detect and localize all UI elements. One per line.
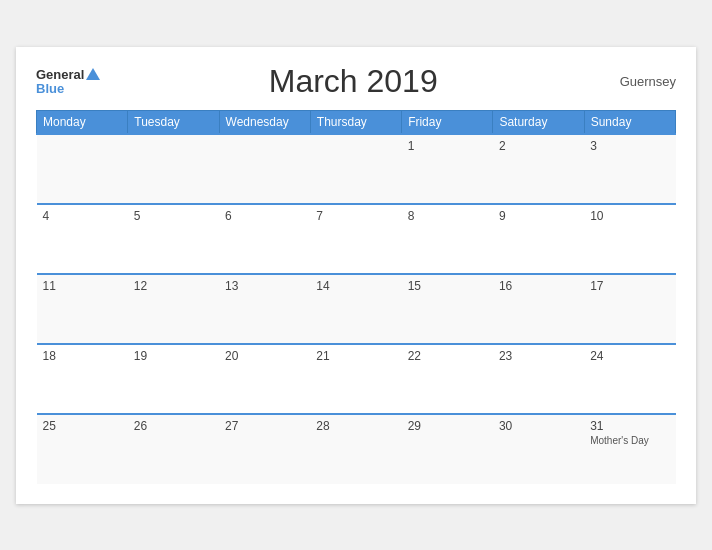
calendar-cell: 7: [310, 204, 401, 274]
logo-blue-text: Blue: [36, 82, 64, 95]
day-number: 20: [225, 349, 304, 363]
day-number: 26: [134, 419, 213, 433]
day-number: 9: [499, 209, 578, 223]
calendar-cell: 24: [584, 344, 675, 414]
logo-triangle-icon: [86, 68, 100, 80]
day-number: 15: [408, 279, 487, 293]
calendar-cell: 1: [402, 134, 493, 204]
day-number: 5: [134, 209, 213, 223]
week-row-3: 11121314151617: [37, 274, 676, 344]
day-number: 11: [43, 279, 122, 293]
day-number: 28: [316, 419, 395, 433]
day-number: 13: [225, 279, 304, 293]
calendar-cell: [37, 134, 128, 204]
calendar-cell: 6: [219, 204, 310, 274]
week-row-5: 25262728293031Mother's Day: [37, 414, 676, 484]
week-row-4: 18192021222324: [37, 344, 676, 414]
calendar-cell: 8: [402, 204, 493, 274]
day-number: 7: [316, 209, 395, 223]
day-number: 18: [43, 349, 122, 363]
weekday-header-thursday: Thursday: [310, 110, 401, 134]
day-number: 8: [408, 209, 487, 223]
day-number: 25: [43, 419, 122, 433]
region-label: Guernsey: [606, 74, 676, 89]
weekday-header-monday: Monday: [37, 110, 128, 134]
day-number: 16: [499, 279, 578, 293]
weekday-header-friday: Friday: [402, 110, 493, 134]
calendar-cell: 16: [493, 274, 584, 344]
day-number: 27: [225, 419, 304, 433]
weekday-header-row: MondayTuesdayWednesdayThursdayFridaySatu…: [37, 110, 676, 134]
calendar-cell: 20: [219, 344, 310, 414]
day-number: 3: [590, 139, 669, 153]
calendar-cell: 18: [37, 344, 128, 414]
week-row-1: 123: [37, 134, 676, 204]
calendar-cell: 23: [493, 344, 584, 414]
calendar-cell: 15: [402, 274, 493, 344]
weekday-header-tuesday: Tuesday: [128, 110, 219, 134]
calendar-cell: 19: [128, 344, 219, 414]
calendar-cell: 29: [402, 414, 493, 484]
calendar-cell: 2: [493, 134, 584, 204]
calendar-cell: [310, 134, 401, 204]
calendar-cell: 25: [37, 414, 128, 484]
day-number: 21: [316, 349, 395, 363]
calendar-cell: 17: [584, 274, 675, 344]
calendar-cell: [219, 134, 310, 204]
calendar-cell: 31Mother's Day: [584, 414, 675, 484]
week-row-2: 45678910: [37, 204, 676, 274]
calendar-cell: 10: [584, 204, 675, 274]
day-number: 1: [408, 139, 487, 153]
day-number: 23: [499, 349, 578, 363]
calendar-container: General Blue March 2019 Guernsey MondayT…: [16, 47, 696, 504]
logo: General Blue: [36, 68, 100, 95]
calendar-table: MondayTuesdayWednesdayThursdayFridaySatu…: [36, 110, 676, 484]
calendar-cell: 3: [584, 134, 675, 204]
calendar-cell: 9: [493, 204, 584, 274]
event-label: Mother's Day: [590, 435, 669, 446]
weekday-header-saturday: Saturday: [493, 110, 584, 134]
calendar-header: General Blue March 2019 Guernsey: [36, 63, 676, 100]
day-number: 17: [590, 279, 669, 293]
day-number: 24: [590, 349, 669, 363]
calendar-cell: 27: [219, 414, 310, 484]
day-number: 12: [134, 279, 213, 293]
calendar-cell: 14: [310, 274, 401, 344]
logo-general-text: General: [36, 68, 84, 81]
calendar-cell: 30: [493, 414, 584, 484]
day-number: 6: [225, 209, 304, 223]
calendar-cell: 13: [219, 274, 310, 344]
day-number: 2: [499, 139, 578, 153]
calendar-cell: [128, 134, 219, 204]
calendar-cell: 21: [310, 344, 401, 414]
calendar-cell: 28: [310, 414, 401, 484]
calendar-cell: 5: [128, 204, 219, 274]
day-number: 4: [43, 209, 122, 223]
day-number: 22: [408, 349, 487, 363]
day-number: 10: [590, 209, 669, 223]
calendar-cell: 22: [402, 344, 493, 414]
calendar-cell: 11: [37, 274, 128, 344]
day-number: 19: [134, 349, 213, 363]
calendar-cell: 12: [128, 274, 219, 344]
day-number: 31: [590, 419, 669, 433]
calendar-cell: 26: [128, 414, 219, 484]
weekday-header-wednesday: Wednesday: [219, 110, 310, 134]
day-number: 29: [408, 419, 487, 433]
month-title: March 2019: [100, 63, 606, 100]
weekday-header-sunday: Sunday: [584, 110, 675, 134]
day-number: 14: [316, 279, 395, 293]
calendar-cell: 4: [37, 204, 128, 274]
day-number: 30: [499, 419, 578, 433]
